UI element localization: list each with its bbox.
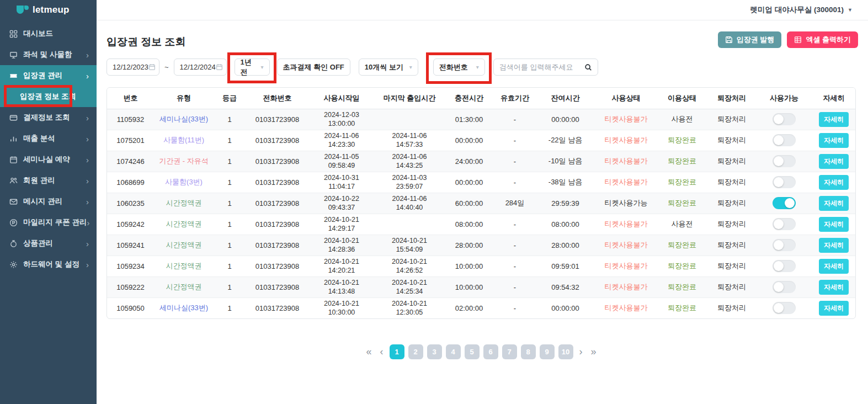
prev-page-button[interactable]: ‹ (378, 346, 386, 358)
page-button-8[interactable]: 8 (521, 344, 536, 359)
column-header: 사용시작일 (309, 88, 374, 109)
sidebar-item-message-management[interactable]: 메시지 관리 › (0, 191, 97, 212)
cell-exit-process[interactable]: 퇴장처리 (706, 235, 757, 256)
sidebar-item-seminar-reservation[interactable]: 세미나실 예약 › (0, 149, 97, 170)
detail-button[interactable]: 자세히 (819, 154, 849, 169)
cell-use-status: 퇴장완료 (658, 151, 706, 172)
cell-exit-process[interactable]: 퇴장처리 (706, 256, 757, 277)
sidebar-item-payment-info[interactable]: 결제정보 조회 › (0, 107, 97, 128)
last-page-button[interactable]: » (589, 346, 599, 358)
detail-button[interactable]: 자세히 (819, 301, 849, 316)
page-button-10[interactable]: 10 (558, 344, 573, 359)
cell-exit-process[interactable]: 퇴장처리 (706, 130, 757, 151)
date-from-input[interactable]: 12/12/2023 (106, 59, 159, 76)
account-selector[interactable]: 렛미업 대야사무실 (300001) ▼ (750, 5, 853, 15)
usable-toggle[interactable] (773, 281, 796, 293)
usable-toggle[interactable] (773, 155, 796, 167)
usable-toggle[interactable] (773, 218, 796, 230)
sidebar-item-mileage-coupon[interactable]: 마일리지 쿠폰 관리 › (0, 212, 97, 233)
sidebar-subitem-ticket-info-lookup[interactable]: 입장권 정보 조회 (0, 86, 97, 107)
cell-type[interactable]: 시간정액권 (154, 214, 214, 235)
cell-exit-process[interactable]: 퇴장처리 (706, 214, 757, 235)
cell-type[interactable]: 세미나실(33번) (154, 109, 214, 130)
detail-button[interactable]: 자세히 (819, 196, 849, 211)
cell-usable-toggle (757, 109, 811, 130)
cell-grade: 1 (214, 109, 246, 130)
cell-type[interactable]: 시간정액권 (154, 193, 214, 214)
sidebar-item-seats-lockers[interactable]: 좌석 및 사물함 › (0, 44, 97, 65)
page-size-select[interactable]: 10개씩 보기 ▾ (359, 59, 418, 76)
detail-button[interactable]: 자세히 (819, 259, 849, 274)
excel-icon (794, 36, 802, 44)
first-page-button[interactable]: « (364, 346, 374, 358)
usable-toggle[interactable] (773, 197, 796, 209)
usable-toggle[interactable] (773, 302, 796, 314)
date-to-input[interactable]: 12/12/2024 (174, 59, 227, 76)
detail-button[interactable]: 자세히 (819, 280, 849, 295)
page-button-5[interactable]: 5 (465, 344, 480, 359)
cell-type[interactable]: 시간정액권 (154, 256, 214, 277)
next-page-button[interactable]: › (577, 346, 585, 358)
cell-number: 1059050 (107, 297, 154, 318)
detail-button[interactable]: 자세히 (819, 112, 849, 127)
detail-button[interactable]: 자세히 (819, 133, 849, 148)
cell-charged-time: 08:00:00 (445, 214, 493, 235)
cell-type[interactable]: 시간정액권 (154, 235, 214, 256)
page-button-7[interactable]: 7 (502, 344, 517, 359)
sidebar-item-hardware-settings[interactable]: 하드웨어 및 설정 › (0, 254, 97, 275)
cell-ticket-status: 티켓사용불가 (594, 256, 658, 277)
sidebar-item-sales-analysis[interactable]: 매출 분석 › (0, 128, 97, 149)
usable-toggle[interactable] (773, 113, 796, 125)
sidebar-item-product-management[interactable]: 상품관리 › (0, 233, 97, 254)
cell-exit-process[interactable]: 퇴장처리 (706, 109, 757, 130)
cell-type[interactable]: 세미나실(33번) (154, 297, 214, 318)
page-button-9[interactable]: 9 (540, 344, 555, 359)
cell-last-entry-time: 2024-10-21 15:54:09 (374, 235, 445, 256)
chevron-right-icon: › (86, 156, 89, 164)
cell-exit-process[interactable]: 퇴장처리 (706, 151, 757, 172)
usable-toggle[interactable] (773, 134, 796, 146)
usable-toggle[interactable] (773, 239, 796, 251)
sidebar-item-dashboard[interactable]: 대시보드 (0, 23, 97, 44)
page-button-6[interactable]: 6 (483, 344, 498, 359)
sidebar-item-member-management[interactable]: 회원 관리 › (0, 170, 97, 191)
detail-button[interactable]: 자세히 (819, 175, 849, 190)
cell-usable-toggle (757, 297, 811, 318)
excel-export-button[interactable]: 엑셀 출력하기 (787, 31, 858, 48)
overpay-check-toggle-button[interactable]: 초과결제 확인 OFF (277, 59, 350, 76)
detail-button[interactable]: 자세히 (819, 238, 849, 253)
cell-grade: 1 (214, 193, 246, 214)
cell-usable-toggle (757, 151, 811, 172)
page-button-3[interactable]: 3 (427, 344, 442, 359)
cell-type[interactable]: 사물함(11번) (154, 130, 214, 151)
period-preset-select[interactable]: 1년 전 ▾ (235, 59, 270, 76)
gear-icon (9, 260, 18, 269)
usable-toggle[interactable] (773, 260, 796, 272)
cell-last-entry-time (374, 214, 445, 235)
search-icon (584, 63, 592, 71)
sidebar-item-ticket-management[interactable]: 입장권 관리 › (0, 65, 97, 86)
cell-number: 1059241 (107, 235, 154, 256)
cell-exit-process[interactable]: 퇴장처리 (706, 277, 757, 297)
issue-ticket-button[interactable]: 입장권 발행 (718, 31, 782, 48)
cell-exit-process[interactable]: 퇴장처리 (706, 172, 757, 193)
cell-exit-process[interactable]: 퇴장처리 (706, 193, 757, 214)
cell-type[interactable]: 사물함(3번) (154, 172, 214, 193)
page-button-2[interactable]: 2 (408, 344, 423, 359)
page-button-4[interactable]: 4 (446, 344, 461, 359)
page-button-1[interactable]: 1 (390, 344, 404, 359)
search-input[interactable] (499, 63, 582, 71)
cell-type[interactable]: 시간정액권 (154, 277, 214, 297)
brand-logo[interactable]: letmeup (0, 0, 97, 19)
cell-number: 1105932 (107, 109, 154, 130)
detail-button[interactable]: 자세히 (819, 217, 849, 232)
cell-usable-toggle (757, 193, 811, 214)
dashboard-icon (9, 29, 18, 39)
chevron-down-icon: ▾ (409, 64, 412, 70)
cell-exit-process[interactable]: 퇴장처리 (706, 297, 757, 318)
cell-number: 1060235 (107, 193, 154, 214)
search-field-select[interactable]: 전화번호 ▾ (433, 59, 485, 76)
usable-toggle[interactable] (773, 176, 796, 188)
cell-type[interactable]: 기간권 - 자유석 (154, 151, 214, 172)
calendar-icon (216, 63, 223, 71)
